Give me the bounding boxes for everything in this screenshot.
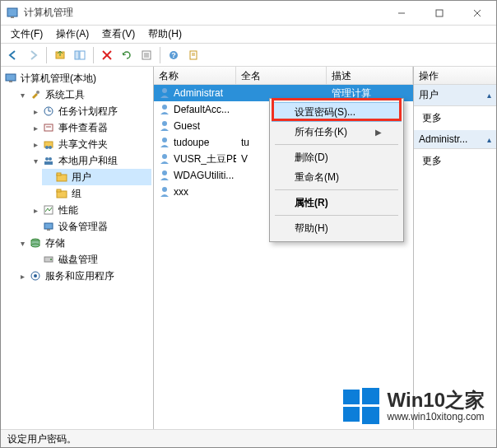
- performance-icon: [42, 203, 55, 217]
- column-desc[interactable]: 描述: [327, 67, 413, 84]
- minimize-button[interactable]: [383, 1, 420, 26]
- user-name: Guest: [174, 120, 200, 132]
- tree-lusrmgr-label: 本地用户和组: [58, 154, 118, 168]
- up-button[interactable]: [51, 46, 69, 64]
- column-name[interactable]: 名称: [154, 67, 236, 84]
- ctx-delete-label: 删除(D): [295, 151, 328, 165]
- svg-rect-1: [11, 16, 14, 18]
- tree-device-manager[interactable]: 设备管理器: [29, 218, 151, 235]
- menu-file[interactable]: 文件(F): [4, 26, 49, 43]
- ctx-rename[interactable]: 重命名(M): [272, 167, 402, 187]
- user-name: Administrat: [174, 87, 223, 99]
- ctx-delete[interactable]: 删除(D): [272, 147, 402, 167]
- ctx-set-password-label: 设置密码(S)...: [295, 105, 355, 119]
- tree-groups[interactable]: 组: [42, 185, 151, 202]
- menubar: 文件(F) 操作(A) 查看(V) 帮助(H): [1, 26, 496, 44]
- expand-icon[interactable]: ▸: [30, 205, 40, 215]
- tree-root[interactable]: 计算机管理(本地): [2, 70, 151, 86]
- svg-point-31: [45, 157, 49, 161]
- svg-rect-3: [436, 10, 443, 16]
- app-icon: [6, 7, 19, 20]
- column-fullname[interactable]: 全名: [236, 67, 327, 84]
- delete-button[interactable]: [98, 46, 116, 64]
- tree-users[interactable]: 用户: [42, 169, 151, 185]
- tree-task-scheduler[interactable]: ▸任务计划程序: [29, 103, 151, 119]
- user-fullname: tu: [241, 137, 249, 148]
- shared-folder-icon: [42, 138, 55, 151]
- menu-action[interactable]: 操作(A): [49, 26, 95, 43]
- window-title: 计算机管理: [24, 6, 383, 20]
- tree-shared-folders[interactable]: ▸共享文件夹: [29, 136, 151, 152]
- tree-services-apps[interactable]: ▸服务和应用程序: [16, 268, 151, 284]
- disk-icon: [42, 253, 55, 266]
- expand-icon[interactable]: ▸: [30, 139, 40, 149]
- svg-point-43: [31, 244, 39, 247]
- expand-icon[interactable]: ▸: [17, 271, 27, 281]
- menu-view[interactable]: 查看(V): [95, 26, 142, 43]
- event-icon: [42, 121, 55, 134]
- ctx-help[interactable]: 帮助(H): [272, 218, 402, 238]
- refresh-button[interactable]: [118, 46, 136, 64]
- ctx-properties[interactable]: 属性(R): [272, 193, 402, 212]
- collapse-icon: ▴: [487, 135, 491, 144]
- tree-pane: 计算机管理(本地) ▾ 系统工具 ▸任务计划程序 ▸事件查看器 ▸共享文件夹: [1, 67, 154, 429]
- expand-icon[interactable]: ▾: [30, 156, 40, 166]
- tree-storage[interactable]: ▾存储: [16, 235, 151, 251]
- svg-point-50: [162, 121, 167, 126]
- back-button[interactable]: [4, 46, 22, 64]
- tree-performance[interactable]: ▸性能: [29, 202, 151, 218]
- svg-rect-8: [80, 51, 85, 59]
- tree-event-viewer[interactable]: ▸事件查看器: [29, 119, 151, 136]
- export-list-button[interactable]: [137, 46, 156, 64]
- tree-users-label: 用户: [72, 170, 91, 184]
- toolbar-separator: [46, 47, 47, 63]
- device-icon: [42, 220, 55, 233]
- user-name: WDAGUtiliti...: [174, 170, 234, 181]
- toolbar-separator: [93, 47, 94, 63]
- tree-devmgr-label: 设备管理器: [58, 220, 108, 234]
- tree-local-users-groups[interactable]: ▾本地用户和组: [29, 152, 151, 169]
- actions-more-2[interactable]: 更多: [414, 149, 496, 173]
- forward-button[interactable]: [24, 46, 42, 64]
- svg-point-52: [162, 154, 167, 159]
- svg-point-32: [49, 157, 52, 161]
- toolbar-separator: [160, 47, 160, 63]
- user-icon: [159, 153, 170, 165]
- svg-point-51: [162, 138, 167, 142]
- svg-rect-35: [57, 173, 61, 175]
- expand-icon[interactable]: ▸: [30, 123, 40, 133]
- actions-more[interactable]: 更多: [414, 106, 496, 130]
- user-name: xxx: [174, 186, 188, 198]
- expand-icon[interactable]: ▾: [17, 238, 27, 248]
- ctx-set-password[interactable]: 设置密码(S)...: [272, 102, 402, 122]
- tree-groups-label: 组: [72, 187, 81, 201]
- svg-point-22: [36, 91, 39, 94]
- user-name: DefaultAcc...: [174, 104, 230, 115]
- actions-title: 操作: [414, 67, 496, 85]
- show-hide-tree-button[interactable]: [71, 46, 89, 64]
- tree-perf-label: 性能: [58, 203, 78, 217]
- clock-icon: [42, 105, 55, 118]
- ctx-separator: [275, 144, 398, 145]
- close-button[interactable]: [458, 1, 496, 26]
- properties-button[interactable]: [184, 46, 202, 64]
- ctx-all-tasks[interactable]: 所有任务(K)▶: [272, 122, 402, 142]
- maximize-button[interactable]: [420, 1, 458, 26]
- svg-rect-21: [9, 81, 12, 82]
- svg-text:?: ?: [171, 51, 176, 59]
- ctx-properties-label: 属性(R): [295, 196, 328, 210]
- actions-group-admin[interactable]: Administr... ▴: [414, 130, 496, 149]
- actions-group2-label: Administr...: [419, 133, 467, 145]
- tree-storage-label: 存储: [45, 236, 65, 250]
- tree-system-tools[interactable]: ▾ 系统工具: [16, 86, 151, 103]
- expand-icon[interactable]: ▾: [17, 90, 27, 100]
- actions-group-users[interactable]: 用户 ▴: [414, 85, 496, 106]
- services-icon: [29, 269, 42, 282]
- help-button[interactable]: ?: [165, 46, 183, 64]
- svg-point-49: [162, 105, 167, 110]
- svg-point-53: [162, 170, 167, 175]
- expand-icon[interactable]: ▸: [30, 106, 40, 116]
- users-group-icon: [42, 154, 55, 167]
- menu-help[interactable]: 帮助(H): [142, 26, 188, 43]
- tree-disk-management[interactable]: 磁盘管理: [29, 251, 151, 268]
